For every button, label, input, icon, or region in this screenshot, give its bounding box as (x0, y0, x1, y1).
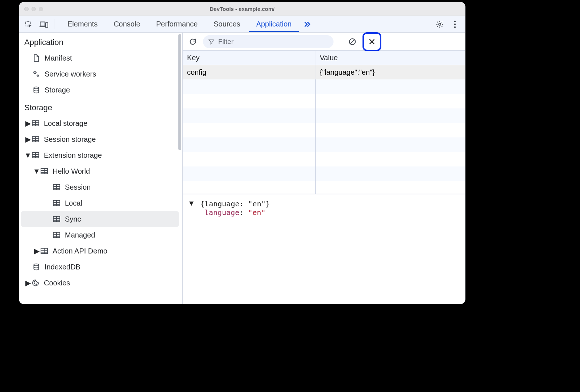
application-sidebar[interactable]: Application Manifest Service workers (19, 33, 182, 304)
database-icon (32, 86, 40, 94)
svg-point-19 (34, 264, 38, 266)
more-tabs-icon[interactable] (301, 18, 314, 31)
devtools-window: DevTools - example.com/ Elements Console (19, 2, 465, 304)
expand-triangle-icon[interactable]: ▶ (26, 278, 30, 287)
divider (54, 19, 54, 29)
window-controls (24, 7, 43, 11)
svg-rect-1 (40, 22, 45, 26)
sidebar-item-label: Manifest (45, 54, 72, 62)
refresh-icon[interactable] (186, 35, 199, 48)
kebab-menu-icon[interactable] (448, 18, 461, 31)
table-icon (40, 167, 48, 175)
sidebar-item-label: Managed (65, 231, 95, 239)
window-max-dot[interactable] (39, 7, 43, 11)
table-empty-area[interactable] (183, 79, 465, 194)
preview-sep: : (239, 208, 248, 217)
storage-toolbar: Filter (183, 33, 465, 51)
preview-line-summary[interactable]: ▼ {language: "en"} (189, 199, 459, 208)
table-icon (53, 183, 61, 191)
expand-triangle-icon[interactable]: ▶ (26, 119, 30, 128)
table-icon (32, 151, 40, 159)
sidebar-item-extension-storage[interactable]: ▼ Extension storage (19, 147, 182, 163)
table-row[interactable]: config {"language":"en"} (183, 65, 465, 79)
expand-triangle-icon[interactable]: ▶ (26, 135, 30, 144)
scrollbar-thumb[interactable] (178, 34, 181, 150)
expand-triangle-icon[interactable]: ▶ (34, 247, 39, 255)
table-icon (53, 215, 61, 223)
sidebar-item-manifest[interactable]: Manifest (19, 50, 182, 66)
tab-sources[interactable]: Sources (206, 16, 247, 32)
filter-placeholder: Filter (218, 38, 233, 46)
sidebar-item-label: Local (65, 199, 82, 207)
sidebar-item-local[interactable]: Local (19, 195, 182, 211)
svg-point-3 (439, 23, 441, 25)
column-divider[interactable] (315, 79, 316, 194)
inspect-element-icon[interactable] (22, 18, 35, 31)
file-icon (32, 54, 40, 62)
device-toolbar-icon[interactable] (37, 18, 50, 31)
sidebar-item-session[interactable]: Session (19, 179, 182, 195)
sidebar-item-label: Action API Demo (53, 247, 107, 255)
settings-gear-icon[interactable] (433, 18, 446, 31)
svg-point-5 (454, 23, 456, 25)
col-value[interactable]: Value (315, 51, 465, 65)
preview-summary-text: {language: "en"} (200, 199, 270, 208)
sidebar-item-label: Sync (65, 215, 81, 223)
table-icon (32, 135, 40, 143)
panel-tabs: Elements Console Performance Sources App… (60, 16, 299, 32)
cell-key: config (183, 65, 315, 79)
sidebar-item-storage[interactable]: Storage (19, 82, 182, 98)
section-title-application: Application (19, 33, 182, 50)
cookie-icon (32, 279, 40, 287)
svg-point-22 (34, 281, 34, 282)
table-icon (40, 247, 48, 255)
sidebar-item-session-storage[interactable]: ▶ Session storage (19, 131, 182, 147)
sidebar-item-indexeddb[interactable]: IndexedDB (19, 259, 182, 275)
sidebar-item-local-storage[interactable]: ▶ Local storage (19, 115, 182, 131)
window-close-dot[interactable] (24, 7, 29, 11)
delete-entry-highlight (362, 32, 381, 51)
collapse-triangle-icon[interactable]: ▼ (189, 199, 194, 207)
clear-all-icon[interactable] (346, 35, 359, 48)
delete-entry-icon[interactable] (365, 34, 379, 49)
collapse-triangle-icon[interactable]: ▼ (34, 167, 39, 176)
svg-point-9 (34, 87, 38, 89)
section-title-storage: Storage (19, 98, 182, 115)
svg-point-6 (454, 26, 456, 28)
preview-line-prop[interactable]: language: "en" (189, 208, 459, 217)
table-icon (32, 119, 40, 127)
sidebar-item-label: Storage (45, 86, 70, 94)
sidebar-item-cookies[interactable]: ▶ Cookies (19, 275, 182, 291)
filter-input[interactable]: Filter (203, 35, 334, 48)
sidebar-item-label: Hello World (53, 167, 90, 176)
col-key[interactable]: Key (183, 51, 315, 65)
table-header: Key Value (183, 51, 465, 65)
sidebar-item-hello-world[interactable]: ▼ Hello World (19, 163, 182, 179)
tab-performance[interactable]: Performance (149, 16, 205, 32)
svg-point-4 (454, 20, 456, 22)
collapse-triangle-icon[interactable]: ▼ (26, 151, 30, 160)
storage-table: Key Value config {"language":"en"} (183, 51, 465, 194)
sidebar-item-label: Session (65, 183, 91, 191)
value-preview: ▼ {language: "en"} language: "en" (183, 194, 465, 304)
svg-point-21 (36, 284, 37, 285)
gears-icon (32, 70, 40, 78)
titlebar: DevTools - example.com/ (19, 2, 465, 16)
sidebar-item-sync[interactable]: Sync (21, 211, 179, 227)
filter-icon (208, 38, 215, 45)
tab-console[interactable]: Console (106, 16, 147, 32)
tab-elements[interactable]: Elements (60, 16, 105, 32)
sidebar-item-label: Service workers (45, 70, 96, 78)
sidebar-item-managed[interactable]: Managed (19, 227, 182, 243)
sidebar-item-action-api-demo[interactable]: ▶ Action API Demo (19, 243, 182, 259)
tabstrip: Elements Console Performance Sources App… (19, 16, 465, 33)
table-icon (53, 231, 61, 239)
sidebar-item-label: IndexedDB (45, 263, 80, 271)
cell-value: {"language":"en"} (315, 65, 465, 79)
sidebar-item-service-workers[interactable]: Service workers (19, 66, 182, 82)
sidebar-item-label: Local storage (44, 119, 87, 128)
tab-application[interactable]: Application (249, 16, 299, 32)
preview-val: "en" (248, 208, 265, 217)
window-min-dot[interactable] (32, 7, 36, 11)
storage-panel: Filter Key Value (182, 33, 465, 304)
